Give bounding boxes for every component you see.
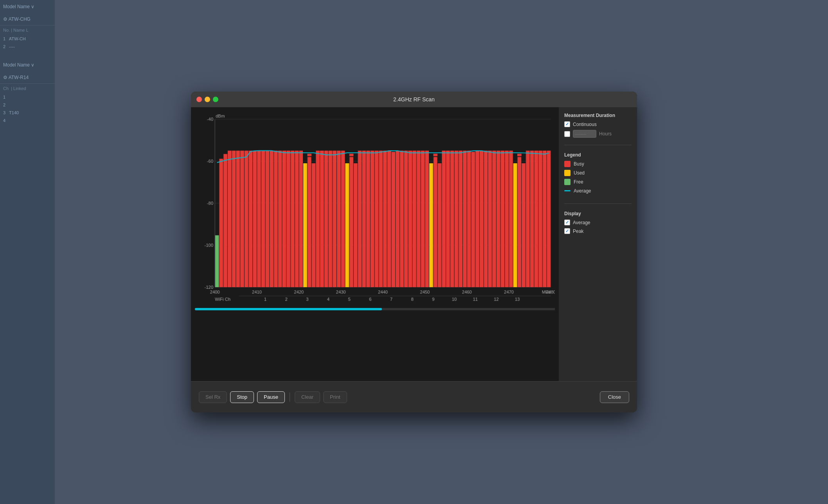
busy-swatch	[564, 161, 571, 167]
pause-button[interactable]: Pause	[257, 391, 285, 403]
window-controls	[196, 97, 218, 102]
legend-used: Used	[564, 170, 632, 176]
sel-rx-button[interactable]: Sel Rx	[199, 391, 227, 403]
background-sidebar: Model Name ∨ ⚙ ATW-CHG No. | Name L 1 AT…	[0, 0, 55, 504]
main-content: Measurement Duration Continuous Hours Le…	[191, 107, 637, 381]
hours-label: Hours	[599, 131, 612, 137]
peak-display-label: Peak	[573, 229, 583, 234]
row-ch-3: 3 T140	[0, 109, 55, 117]
model-name-2: Model Name ∨	[0, 58, 55, 72]
divider-1	[564, 145, 632, 145]
average-display-label: Average	[573, 220, 590, 225]
row-2: 2 ----	[0, 43, 55, 50]
clear-button[interactable]: Clear	[295, 391, 320, 403]
average-display-checkbox[interactable]	[564, 220, 570, 225]
legend-busy: Busy	[564, 161, 632, 167]
table-header-2: Ch | Linked	[0, 83, 55, 93]
legend-section: Legend Busy Used Free Average	[564, 152, 632, 196]
hours-checkbox[interactable]	[564, 131, 570, 137]
atw-chg-item: ⚙ ATW-CHG	[0, 13, 55, 25]
display-title: Display	[564, 211, 632, 216]
average-display-row: Average	[564, 220, 632, 225]
minimize-window-button[interactable]	[205, 97, 210, 102]
bottom-bar: Sel Rx Stop Pause Clear Print Close	[191, 381, 637, 412]
measurement-duration-section: Measurement Duration Continuous Hours	[564, 113, 632, 138]
close-window-button[interactable]	[196, 97, 202, 102]
maximize-window-button[interactable]	[213, 97, 218, 102]
free-swatch	[564, 179, 571, 185]
progress-bar	[195, 308, 555, 310]
model-name-1: Model Name ∨	[0, 0, 55, 13]
stop-button[interactable]: Stop	[230, 391, 254, 403]
measurement-duration-title: Measurement Duration	[564, 113, 632, 118]
hours-row: Hours	[564, 130, 632, 138]
continuous-row: Continuous	[564, 121, 632, 127]
peak-display-row: Peak	[564, 228, 632, 234]
progress-fill	[195, 308, 382, 310]
titlebar: 2.4GHz RF Scan	[191, 92, 637, 107]
average-label: Average	[574, 188, 591, 194]
used-label: Used	[574, 170, 585, 176]
table-header: No. | Name L	[0, 25, 55, 35]
legend-title: Legend	[564, 152, 632, 158]
display-section: Display Average Peak	[564, 211, 632, 237]
free-label: Free	[574, 179, 583, 185]
average-line-swatch	[564, 190, 571, 191]
window-title: 2.4GHz RF Scan	[393, 96, 435, 103]
chart-area	[191, 107, 559, 381]
row-ch-4: 4	[0, 117, 55, 124]
right-panel: Measurement Duration Continuous Hours Le…	[559, 107, 637, 381]
spacer	[0, 50, 55, 58]
atw-r14-item: ⚙ ATW-R14	[0, 72, 55, 83]
row-ch-2: 2	[0, 101, 55, 109]
main-window: 2.4GHz RF Scan Measurement Duration Cont…	[191, 92, 637, 412]
divider-2	[564, 203, 632, 204]
peak-display-checkbox[interactable]	[564, 228, 570, 234]
row-ch-1: 1	[0, 93, 55, 101]
legend-free: Free	[564, 179, 632, 185]
used-swatch	[564, 170, 571, 176]
busy-label: Busy	[574, 161, 584, 167]
legend-average: Average	[564, 188, 632, 194]
print-button[interactable]: Print	[323, 391, 347, 403]
continuous-label: Continuous	[573, 122, 597, 127]
continuous-checkbox[interactable]	[564, 121, 570, 127]
button-separator	[290, 392, 290, 402]
hours-input[interactable]	[573, 130, 596, 138]
row-1: 1 ATW-CH	[0, 35, 55, 43]
close-btn-wrap: Close	[600, 391, 629, 403]
rf-chart	[195, 111, 555, 307]
close-button[interactable]: Close	[600, 391, 629, 403]
